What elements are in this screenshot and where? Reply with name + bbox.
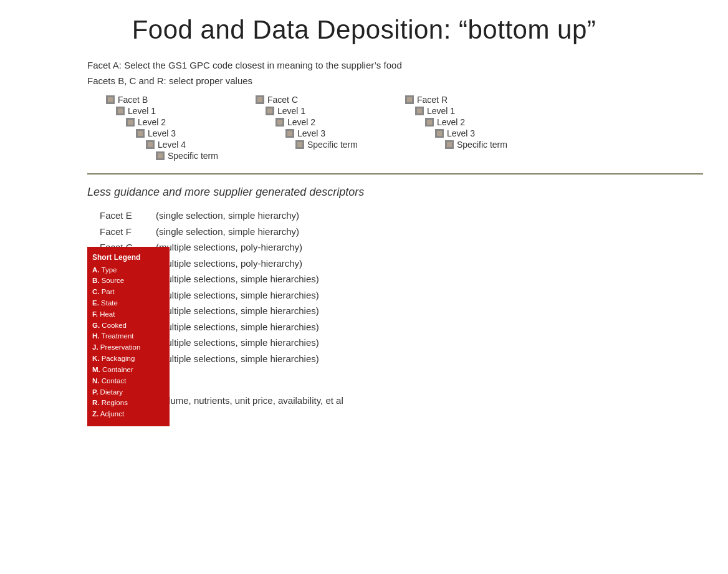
facet-desc: (multiple selections, simple hierarchies… [156,351,319,367]
legend-item: P. Dietary [92,387,165,398]
b-l2-icon [126,118,135,127]
facet-desc: (multiple selections, simple hierarchies… [156,319,319,335]
b-l1-icon [116,107,125,115]
facet-b-icon [106,95,115,104]
facet-b-level1: Level 1 [116,106,256,116]
facet-desc: (multiple selections, simple hierarchies… [156,287,319,304]
b-l4-icon [146,140,155,149]
facet-desc: (multiple selections, poly-hierarchy) [156,256,302,272]
facet-c-col: Facet C Level 1 Level 2 Level 3 Specific… [256,95,405,162]
legend-item: R. Regions [92,398,165,409]
legend-item: A. Type [92,265,165,276]
legend-item: E. State [92,298,165,309]
facet-r-level2: Level 2 [425,117,555,127]
b-l3-icon [136,129,145,138]
facet-desc: (single selection, simple hierarchy) [156,224,299,240]
stage2-facet-row: Facet H(multiple selections, poly-hierar… [100,256,622,272]
facet-r-level1: Level 1 [415,106,555,116]
legend-item: H. Treatment [92,331,165,342]
page-title: Food and Data Deposition: “bottom up” [0,0,728,55]
facet-r-level3: Level 3 [435,128,555,138]
stage3-section: Product specific: volume, nutrients, uni… [87,373,703,424]
c-l3-icon [285,129,294,138]
legend-item: J. Preservation [92,342,165,353]
stage2-section: Less guidance and more supplier generate… [87,186,703,373]
stage1-intro1: Facet A: Select the GS1 GPC code closest… [87,60,622,70]
section-divider [87,173,703,175]
facet-c-title: Facet C [256,95,405,105]
legend-item: B. Source [92,275,165,287]
legend-item: F. Heat [92,309,165,320]
facet-desc: (multiple selections, poly-hierarchy) [156,239,302,256]
facet-b-level2: Level 2 [126,117,256,127]
facet-c-level3: Level 3 [285,128,405,138]
facet-c-level1: Level 1 [266,106,405,116]
legend-title: Short Legend [92,252,165,264]
stage2-facet-row: Facet P(multiple selections, simple hier… [100,335,622,351]
stage2-facet-row: Facet K(multiple selections, simple hier… [100,287,622,304]
legend-item: K. Packaging [92,353,165,365]
stage2-facets-list: Facet E(single selection, simple hierarc… [100,208,622,366]
facet-b-level3: Level 3 [136,128,256,138]
facet-desc: (multiple selections, simple hierarchies… [156,303,319,319]
r-l3-icon [435,129,444,138]
stage2-italic: Less guidance and more supplier generate… [87,186,622,199]
facet-b-col: Facet B Level 1 Level 2 Level 3 Level 4 [106,95,256,162]
legend-item: C. Part [92,287,165,298]
r-specific-icon [445,140,454,149]
facet-c-specific: Specific term [295,140,405,150]
stage2-facet-row: Facet J(multiple selections, simple hier… [100,271,622,287]
b-specific-icon [156,151,165,160]
c-specific-icon [295,140,304,149]
stage2-facet-row: Facet E(single selection, simple hierarc… [100,208,622,224]
facet-r-specific: Specific term [445,140,555,150]
legend-box: Short Legend A. TypeB. SourceC. PartE. S… [87,247,170,426]
legend-item: G. Cooked [92,320,165,332]
facet-b-title: Facet B [106,95,256,105]
stage1-section: Facet A: Select the GS1 GPC code closest… [87,60,703,162]
facets-row: Facet B Level 1 Level 2 Level 3 Level 4 [106,95,622,162]
facet-desc: (multiple selections, simple hierarchies… [156,335,319,351]
facet-b-specific: Specific term [156,151,256,161]
facet-desc: (multiple selections, simple hierarchies… [156,271,319,287]
facet-r-title: Facet R [405,95,555,105]
c-l1-icon [266,107,274,115]
legend-item: Z. Adjunct [92,409,165,420]
facet-b-level4: Level 4 [146,140,256,150]
r-l1-icon [415,107,424,115]
facet-c-icon [256,95,264,104]
r-l2-icon [425,118,434,127]
facet-r-col: Facet R Level 1 Level 2 Level 3 Specific… [405,95,555,162]
stage2-facet-row: Facet G(multiple selections, poly-hierar… [100,239,622,256]
facet-r-icon [405,95,414,104]
stage2-facet-row: Facet M(multiple selections, simple hier… [100,303,622,319]
c-l2-icon [275,118,284,127]
stage2-facet-row: Facet N(multiple selections, simple hier… [100,319,622,335]
legend-item: N. Contact [92,376,165,387]
facet-c-level2: Level 2 [275,117,405,127]
facet-desc: (single selection, simple hierarchy) [156,208,299,224]
stage1-intro2: Facets B, C and R: select proper values [87,75,622,86]
facet-label: Facet E [100,208,156,224]
facet-label: Facet F [100,224,156,240]
legend-item: M. Container [92,365,165,376]
stage2-facet-row: Facet F(single selection, simple hierarc… [100,224,622,240]
stage2-facet-row: Facet Z(multiple selections, simple hier… [100,351,622,367]
